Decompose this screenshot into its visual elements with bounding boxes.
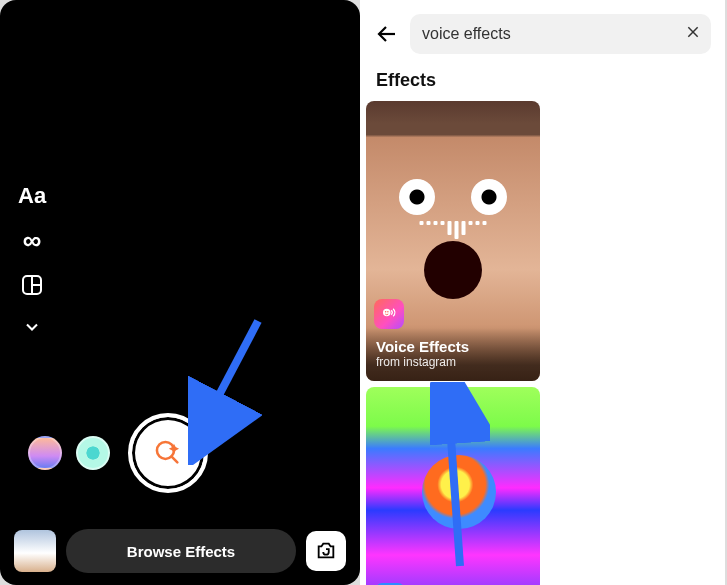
- effect-name: Voice Effects: [376, 338, 530, 355]
- clear-search-button[interactable]: [685, 24, 701, 44]
- card-overlay: Voice Effects from instagram: [366, 328, 540, 381]
- layout-tool[interactable]: [20, 273, 44, 297]
- results-grid: Voice Effects from instagram Squishi fro…: [360, 101, 725, 585]
- search-header: voice effects: [360, 0, 725, 54]
- camera-view: Aa ∞ Browse Effects: [0, 0, 360, 585]
- search-input[interactable]: voice effects: [410, 14, 711, 54]
- svg-point-11: [387, 311, 389, 313]
- flip-camera-button[interactable]: [306, 531, 346, 571]
- voice-emoji-icon: [380, 305, 398, 323]
- gallery-button[interactable]: [14, 530, 56, 572]
- effect-carousel[interactable]: [0, 413, 360, 493]
- chevron-down-icon: [22, 317, 42, 337]
- voice-effect-badge: [374, 299, 404, 329]
- arrow-left-icon: [375, 22, 399, 46]
- effects-sparkle-icon: [151, 436, 185, 470]
- effect-thumb-2[interactable]: [76, 436, 110, 470]
- layout-icon: [20, 273, 44, 297]
- effect-card-voice-effects[interactable]: Voice Effects from instagram: [366, 101, 540, 381]
- effect-card-squishi[interactable]: Squishi from maggiequinn. io: [366, 387, 540, 585]
- search-value: voice effects: [422, 25, 511, 43]
- bottom-bar: Browse Effects: [0, 529, 360, 573]
- section-title: Effects: [360, 54, 725, 101]
- psychedelic-face: [422, 455, 496, 529]
- svg-point-10: [385, 311, 387, 313]
- flip-camera-icon: [315, 540, 337, 562]
- boomerang-tool[interactable]: ∞: [23, 227, 42, 253]
- story-tool-column: Aa ∞: [18, 185, 46, 337]
- svg-line-4: [171, 456, 177, 462]
- more-tools[interactable]: [22, 317, 42, 337]
- browse-effects-button[interactable]: Browse Effects: [66, 529, 296, 573]
- effect-author: from instagram: [376, 355, 530, 369]
- shutter-inner: [137, 422, 199, 484]
- text-tool[interactable]: Aa: [18, 185, 46, 207]
- effect-thumb-1[interactable]: [28, 436, 62, 470]
- shutter-button[interactable]: [128, 413, 208, 493]
- audio-wave-icon: [420, 221, 487, 239]
- close-icon: [685, 24, 701, 40]
- back-button[interactable]: [374, 21, 400, 47]
- effects-search-view: voice effects Effects Voice Effects from…: [360, 0, 725, 585]
